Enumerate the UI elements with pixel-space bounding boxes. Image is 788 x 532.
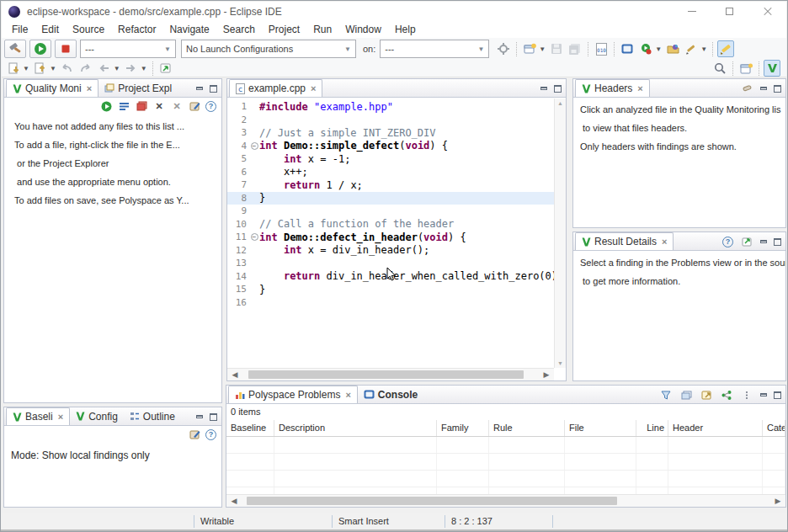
maximize-view-icon[interactable] [774,238,781,246]
build-binary-icon[interactable]: 010 [593,40,610,57]
next-annotation-icon[interactable] [5,60,22,77]
mark-occurrences-toggle[interactable] [717,40,734,57]
menu-navigate[interactable]: Navigate [162,22,216,37]
editor-horizontal-scrollbar[interactable]: ◀ ▶ [227,368,554,380]
run-check-button[interactable] [29,40,51,58]
problems-horizontal-scrollbar[interactable]: ◀ ▶ [226,494,785,507]
tab-example-cpp[interactable]: c example.cpp× [229,79,322,97]
list-options-icon[interactable] [117,99,130,113]
maximize-view-icon[interactable] [774,85,781,93]
minimize-view-icon[interactable] [196,415,203,418]
configure-analysis-icon[interactable] [188,99,201,113]
minimize-view-icon[interactable] [196,87,203,90]
close-icon[interactable]: × [87,83,92,93]
chevron-down-icon[interactable]: ▼ [50,65,56,72]
save-icon[interactable] [548,40,565,57]
tab-polyspace-problems[interactable]: Polyspace Problems× [228,386,358,403]
close-icon[interactable]: × [662,237,667,247]
minimize-button[interactable] [673,2,711,21]
chevron-down-icon[interactable]: ▼ [539,45,546,53]
baseline-settings-icon[interactable] [188,428,201,441]
remove-findings-icon[interactable] [135,99,148,113]
launch-config-combo[interactable]: No Launch Configurations▼ [181,40,356,58]
help-icon[interactable]: ? [205,429,216,440]
new-wizard-icon[interactable] [521,40,538,57]
column-header-cate[interactable]: Cate [763,420,785,436]
group-by-icon[interactable] [679,388,693,402]
open-perspective-icon[interactable] [737,60,754,77]
build-config-combo[interactable]: ---▼ [80,40,176,58]
close-icon[interactable]: × [58,412,63,422]
search-tool-icon[interactable] [683,40,700,57]
close-icon[interactable]: × [311,83,316,93]
menu-source[interactable]: Source [66,22,111,37]
close-icon[interactable]: × [345,390,350,400]
export-icon[interactable] [700,388,713,402]
menu-refactor[interactable]: Refactor [111,22,162,37]
column-header-baseline[interactable]: Baseline [226,420,274,436]
back-icon[interactable] [96,60,113,77]
close-button[interactable] [748,2,786,21]
help-icon[interactable]: ? [722,237,733,247]
tab-result-details[interactable]: Result Details× [575,232,674,250]
remove-all-files-icon[interactable]: ✕ [170,99,184,113]
chevron-down-icon[interactable]: ▼ [700,45,707,53]
run-analysis-icon[interactable] [99,99,113,113]
link-with-editor-icon[interactable] [157,60,174,77]
minimize-view-icon[interactable] [760,87,767,90]
maximize-view-icon[interactable] [210,413,217,421]
code-area[interactable]: 1#include "example.hpp"23// Just a simpl… [227,98,554,368]
polyspace-perspective-button[interactable] [764,60,780,77]
menu-edit[interactable]: Edit [35,22,66,37]
minimize-view-icon[interactable] [760,240,767,243]
tab-headers[interactable]: Headers× [575,79,650,97]
maximize-view-icon[interactable] [554,85,562,93]
tab-console[interactable]: Console [358,386,423,403]
close-icon[interactable]: × [637,83,642,93]
chevron-down-icon[interactable]: ▼ [141,65,147,72]
tab-project-explorer[interactable]: Project Expl [98,79,178,97]
column-header-family[interactable]: Family [437,420,489,436]
search-icon[interactable] [711,60,728,77]
open-element-icon[interactable] [664,40,681,57]
clear-headers-icon[interactable] [740,82,753,95]
maximize-button[interactable] [711,2,748,21]
remove-file-icon[interactable]: ✕ [152,99,166,113]
hierarchy-icon[interactable] [720,388,733,402]
menu-help[interactable]: Help [388,22,423,37]
target-settings-gear-icon[interactable] [495,40,512,57]
run-history-icon[interactable] [637,40,654,57]
minimize-view-icon[interactable] [540,87,547,90]
maximize-view-icon[interactable] [210,85,217,93]
forward-icon[interactable] [123,60,140,77]
minimize-view-icon[interactable] [760,393,767,396]
menu-search[interactable]: Search [216,22,262,37]
help-icon[interactable]: ? [205,101,216,112]
build-button[interactable] [4,40,26,58]
menu-window[interactable]: Window [338,22,388,37]
column-header-description[interactable]: Description [274,420,437,436]
scrollbar-thumb[interactable] [247,497,617,505]
scrollbar-thumb[interactable] [248,370,524,379]
column-header-line[interactable]: Line [636,420,668,436]
tab-quality-monitoring[interactable]: Quality Moni× [6,79,98,97]
menu-file[interactable]: File [5,22,35,37]
column-header-header[interactable]: Header [668,420,763,436]
fold-marker-icon[interactable]: − [251,142,258,150]
column-header-file[interactable]: File [565,420,636,436]
tab-baseline[interactable]: Baseli× [6,407,70,425]
save-all-icon[interactable] [567,40,583,57]
column-header-rule[interactable]: Rule [489,420,565,436]
view-menu-icon[interactable] [740,388,753,402]
previous-annotation-icon[interactable] [32,60,49,77]
open-result-icon[interactable] [740,235,753,248]
launch-target-combo[interactable]: ---▼ [380,40,489,58]
tab-configure[interactable]: Config [70,407,124,425]
menu-run[interactable]: Run [306,22,338,37]
filter-icon[interactable] [659,388,673,402]
stop-button[interactable] [55,40,77,58]
menu-project[interactable]: Project [262,22,306,37]
tab-outline[interactable]: Outline [124,407,181,425]
fold-marker-icon[interactable]: − [251,233,258,241]
console-view-icon[interactable] [619,40,636,57]
